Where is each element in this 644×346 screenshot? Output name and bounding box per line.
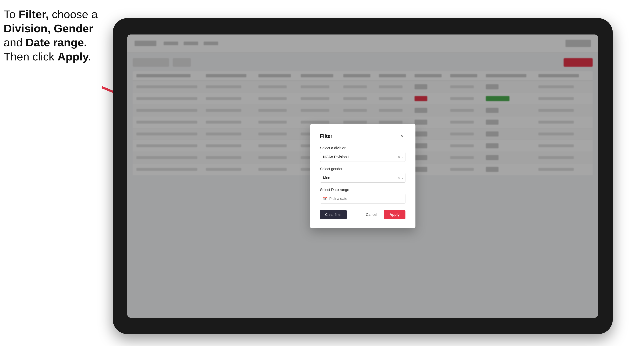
calendar-icon: 📅 (323, 196, 328, 201)
division-form-group: Select a division NCAA Division I × ⌄ (320, 146, 406, 162)
cancel-button[interactable]: Cancel (362, 210, 381, 219)
instruction-block: To Filter, choose a Division, Gender and… (4, 7, 109, 64)
footer-right-buttons: Cancel Apply (362, 210, 406, 219)
gender-arrow-icon: ⌄ (401, 176, 404, 179)
division-clear-icon[interactable]: × (398, 155, 400, 159)
gender-clear-icon[interactable]: × (398, 176, 400, 180)
modal-header: Filter × (320, 133, 406, 139)
gender-select[interactable]: Men (320, 173, 406, 183)
clear-filter-button[interactable]: Clear filter (320, 210, 347, 219)
date-label: Select Date range (320, 188, 406, 192)
date-input[interactable] (320, 194, 406, 203)
gender-label: Select gender (320, 167, 406, 171)
division-arrow-icon: ⌄ (401, 155, 404, 159)
modal-footer: Clear filter Cancel Apply (320, 210, 406, 219)
tablet-frame: Filter × Select a division NCAA Division… (113, 18, 613, 334)
modal-close-button[interactable]: × (399, 133, 406, 139)
tablet-screen: Filter × Select a division NCAA Division… (127, 34, 598, 318)
date-form-group: Select Date range 📅 (320, 188, 406, 203)
modal-title: Filter (320, 133, 332, 139)
modal-overlay: Filter × Select a division NCAA Division… (127, 34, 598, 318)
division-select-wrapper: NCAA Division I × ⌄ (320, 152, 406, 162)
instruction-line1: To Filter, choose a Division, Gender and… (4, 8, 98, 63)
gender-form-group: Select gender Men × ⌄ (320, 167, 406, 183)
gender-select-wrapper: Men × ⌄ (320, 173, 406, 183)
division-label: Select a division (320, 146, 406, 150)
filter-modal: Filter × Select a division NCAA Division… (310, 124, 416, 228)
apply-button[interactable]: Apply (384, 210, 406, 219)
date-input-wrapper: 📅 (320, 194, 406, 203)
division-select[interactable]: NCAA Division I (320, 152, 406, 162)
